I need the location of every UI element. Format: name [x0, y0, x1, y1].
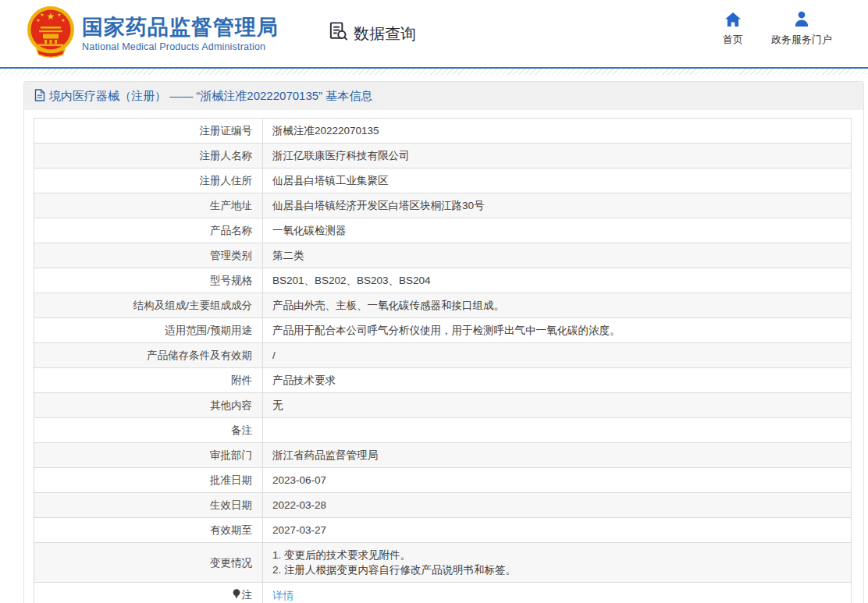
- table-row: 产品储存条件及有效期/: [34, 343, 852, 368]
- site-subtitle: National Medical Products Administration: [82, 41, 279, 52]
- bulb-icon: [233, 588, 240, 603]
- svg-text:★: ★: [47, 11, 55, 22]
- breadcrumb: 境内医疗器械（注册） —— “浙械注准20222070135” 基本信息: [24, 82, 863, 110]
- row-value: 第二类: [263, 243, 852, 268]
- table-row: 附件产品技术要求: [34, 368, 852, 393]
- home-icon: [724, 10, 742, 27]
- row-label: 附件: [34, 368, 263, 393]
- row-value: 2022-03-28: [263, 493, 852, 518]
- table-row: 批准日期2023-06-07: [34, 468, 852, 493]
- info-table-body: 注册证编号浙械注准20222070135注册人名称浙江亿联康医疗科技有限公司注册…: [34, 119, 852, 603]
- nav-home-label: 首页: [723, 33, 743, 47]
- row-value: 2027-03-27: [263, 518, 852, 543]
- row-value: 2023-06-07: [263, 468, 852, 493]
- site-title: 国家药品监督管理局: [82, 16, 279, 39]
- document-icon: [34, 89, 45, 104]
- breadcrumb-text: 境内医疗器械（注册） —— “浙械注准20222070135” 基本信息: [49, 89, 372, 104]
- data-query-tab[interactable]: 数据查询: [327, 20, 416, 47]
- row-label: 产品名称: [34, 218, 263, 243]
- hatch-strip: [0, 69, 868, 75]
- row-label: 生效日期: [34, 493, 263, 518]
- svg-text:★: ★: [36, 18, 40, 23]
- row-label: 注: [34, 583, 263, 603]
- row-value: 浙江省药品监督管理局: [263, 443, 852, 468]
- info-table: 注册证编号浙械注准20222070135注册人名称浙江亿联康医疗科技有限公司注册…: [34, 118, 852, 603]
- table-row: 其他内容无: [34, 393, 852, 418]
- data-query-label: 数据查询: [354, 23, 416, 44]
- document-search-icon: [327, 20, 350, 47]
- row-label: 批准日期: [34, 468, 263, 493]
- row-value: 详情: [263, 583, 852, 603]
- table-row: 审批部门浙江省药品监督管理局: [34, 443, 852, 468]
- row-label: 适用范围/预期用途: [34, 318, 263, 343]
- table-row: 结构及组成/主要组成成分产品由外壳、主板、一氧化碳传感器和接口组成。: [34, 293, 852, 318]
- national-emblem-icon: ★ ★ ★ ★ ★: [27, 6, 75, 61]
- row-value: /: [263, 343, 852, 368]
- row-label: 型号规格: [34, 268, 263, 293]
- table-row: 管理类别第二类: [34, 243, 852, 268]
- table-row: 备注: [34, 418, 852, 443]
- row-value: BS201、BS202、BS203、BS204: [263, 268, 852, 293]
- table-row: 生效日期2022-03-28: [34, 493, 852, 518]
- row-value: 浙江亿联康医疗科技有限公司: [263, 144, 852, 168]
- table-row: 注册人名称浙江亿联康医疗科技有限公司: [34, 144, 852, 168]
- table-row: 注详情: [34, 583, 852, 603]
- row-label: 有效期至: [34, 518, 263, 543]
- table-row: 适用范围/预期用途产品用于配合本公司呼气分析仪使用，用于检测呼出气中一氧化碳的浓…: [34, 318, 852, 343]
- registration-info: 注册证编号浙械注准20222070135注册人名称浙江亿联康医疗科技有限公司注册…: [34, 118, 854, 603]
- nav-gov-portal-label: 政务服务门户: [771, 33, 832, 47]
- row-label: 审批部门: [34, 443, 263, 468]
- row-label: 其他内容: [34, 393, 263, 418]
- row-label: 生产地址: [34, 193, 263, 218]
- row-label: 注册证编号: [34, 119, 263, 144]
- row-label: 变更情况: [34, 543, 263, 583]
- row-value: 产品由外壳、主板、一氧化碳传感器和接口组成。: [263, 293, 852, 318]
- table-row: 产品名称一氧化碳检测器: [34, 218, 852, 243]
- table-row: 注册人住所仙居县白塔镇工业集聚区: [34, 168, 852, 193]
- svg-text:★: ★: [61, 18, 65, 23]
- row-value: [263, 418, 852, 443]
- svg-text:★: ★: [40, 12, 44, 17]
- nmpa-logo[interactable]: ★ ★ ★ ★ ★ 国家药品监督管理局 National Medical Pro…: [27, 6, 279, 61]
- svg-text:★: ★: [57, 12, 61, 17]
- row-value: 仙居县白塔镇经济开发区白塔区块桐江路30号: [263, 193, 852, 218]
- row-value: 产品用于配合本公司呼气分析仪使用，用于检测呼出气中一氧化碳的浓度。: [263, 318, 852, 343]
- top-nav: 首页 政务服务门户: [723, 10, 832, 47]
- row-value: 产品技术要求: [263, 368, 852, 393]
- details-link[interactable]: 详情: [272, 590, 293, 601]
- row-value: 无: [263, 393, 852, 418]
- nav-home[interactable]: 首页: [723, 10, 743, 47]
- content-panel: 境内医疗器械（注册） —— “浙械注准20222070135” 基本信息 注册证…: [23, 81, 864, 603]
- table-row: 型号规格BS201、BS202、BS203、BS204: [34, 268, 852, 293]
- table-row: 变更情况1. 变更后的技术要求见附件。2. 注册人根据变更内容自行修改产品说明书…: [34, 543, 852, 583]
- row-value: 仙居县白塔镇工业集聚区: [263, 168, 852, 193]
- row-label: 备注: [34, 418, 263, 443]
- row-label: 产品储存条件及有效期: [34, 343, 263, 368]
- row-value: 浙械注准20222070135: [263, 119, 852, 144]
- row-label: 结构及组成/主要组成成分: [34, 293, 263, 318]
- site-header: ★ ★ ★ ★ ★ 国家药品监督管理局 National Medical Pro…: [0, 0, 868, 67]
- row-label: 管理类别: [34, 243, 263, 268]
- row-value: 1. 变更后的技术要求见附件。2. 注册人根据变更内容自行修改产品说明书和标签。: [263, 543, 852, 583]
- table-row: 生产地址仙居县白塔镇经济开发区白塔区块桐江路30号: [34, 193, 852, 218]
- nav-gov-portal[interactable]: 政务服务门户: [771, 10, 832, 47]
- table-row: 注册证编号浙械注准20222070135: [34, 119, 852, 144]
- row-label: 注册人住所: [34, 168, 263, 193]
- row-value: 一氧化碳检测器: [263, 218, 852, 243]
- row-label: 注册人名称: [34, 144, 263, 168]
- user-icon: [793, 10, 810, 27]
- table-row: 有效期至2027-03-27: [34, 518, 852, 543]
